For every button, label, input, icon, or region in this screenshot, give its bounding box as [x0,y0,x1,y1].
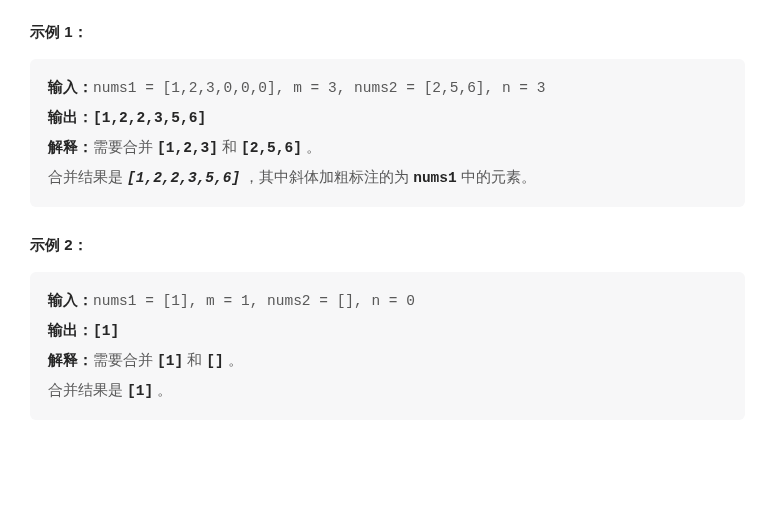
explain-arr2: [2,5,6] [241,140,302,156]
result-arr: [1] [127,383,153,399]
input-label: 输入： [48,79,93,95]
output-text: [1,2,2,3,5,6] [93,110,206,126]
input-line: 输入：nums1 = [1,2,3,0,0,0], m = 3, nums2 =… [48,73,727,103]
explain-prefix: 需要合并 [93,139,157,155]
explain-and: 和 [218,139,241,155]
example-block: 输入：nums1 = [1], m = 1, nums2 = [], n = 0… [30,272,745,420]
explain-line: 解释：需要合并 [1] 和 [] 。 [48,346,727,376]
example-heading: 示例 2： [30,231,745,258]
explain-arr2: [] [206,353,223,369]
input-text: nums1 = [1], m = 1, nums2 = [], n = 0 [93,293,415,309]
output-label: 输出： [48,322,93,338]
result-prefix: 合并结果是 [48,169,127,185]
explain-period: 。 [302,139,321,155]
result-line: 合并结果是 [1] 。 [48,376,727,406]
result-suffix: 中的元素。 [457,169,536,185]
explain-and: 和 [183,352,206,368]
explain-arr1: [1,2,3] [157,140,218,156]
explain-period: 。 [224,352,243,368]
explain-line: 解释：需要合并 [1,2,3] 和 [2,5,6] 。 [48,133,727,163]
result-line: 合并结果是 [1,2,2,3,5,6] ，其中斜体加粗标注的为 nums1 中的… [48,163,727,193]
output-label: 输出： [48,109,93,125]
output-line: 输出：[1] [48,316,727,346]
result-prefix: 合并结果是 [48,382,127,398]
explain-prefix: 需要合并 [93,352,157,368]
example-block: 输入：nums1 = [1,2,3,0,0,0], m = 3, nums2 =… [30,59,745,207]
input-text: nums1 = [1,2,3,0,0,0], m = 3, nums2 = [2… [93,80,545,96]
input-label: 输入： [48,292,93,308]
input-line: 输入：nums1 = [1], m = 1, nums2 = [], n = 0 [48,286,727,316]
example-heading: 示例 1： [30,18,745,45]
result-mid: ，其中斜体加粗标注的为 [240,169,413,185]
explain-label: 解释： [48,352,93,368]
output-text: [1] [93,323,119,339]
result-arr: [1,2,2,3,5,6] [127,170,240,186]
explain-arr1: [1] [157,353,183,369]
output-line: 输出：[1,2,2,3,5,6] [48,103,727,133]
explain-label: 解释： [48,139,93,155]
result-nums1: nums1 [413,170,457,186]
result-suffix: 。 [153,382,172,398]
